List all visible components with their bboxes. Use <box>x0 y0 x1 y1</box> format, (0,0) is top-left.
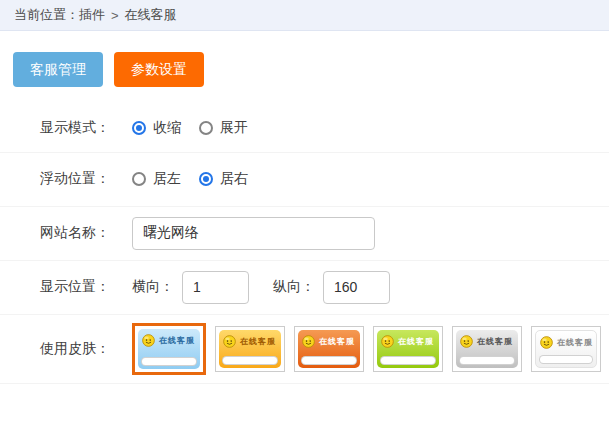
radio-left-icon[interactable] <box>132 172 146 186</box>
skin-input-bar <box>301 356 357 365</box>
skin-preview-header: 在线客服 <box>536 331 596 349</box>
skin-preview: 在线客服 <box>535 330 597 368</box>
skin-input-bar <box>141 357 197 366</box>
skin-option-white[interactable]: 在线客服 <box>531 326 601 372</box>
smiley-icon <box>381 335 394 348</box>
skin-preview: 在线客服 <box>377 330 439 368</box>
skin-preview-header: 在线客服 <box>298 330 360 348</box>
skins-label: 使用皮肤： <box>40 340 132 358</box>
smiley-icon <box>540 336 553 349</box>
breadcrumb-separator: > <box>111 8 119 23</box>
skin-option-blue[interactable]: 在线客服 <box>132 323 206 375</box>
display-position-label: 显示位置： <box>40 278 132 296</box>
skin-option-orange[interactable]: 在线客服 <box>294 326 364 372</box>
skin-preview: 在线客服 <box>138 329 200 369</box>
skin-option-gray[interactable]: 在线客服 <box>452 326 522 372</box>
breadcrumb-location-label: 当前位置： <box>14 6 79 24</box>
skin-title: 在线客服 <box>159 335 195 346</box>
radio-option-expand[interactable]: 展开 <box>199 119 248 137</box>
radio-expand-label: 展开 <box>220 119 248 137</box>
smiley-icon <box>302 335 315 348</box>
skin-input-bar <box>539 355 593 364</box>
smiley-icon <box>142 334 155 347</box>
radio-left-label: 居左 <box>153 170 181 188</box>
tab-bar: 客服管理 参数设置 <box>13 52 609 87</box>
row-skins: 使用皮肤： 在线客服 <box>0 315 609 384</box>
horizontal-input[interactable] <box>182 271 249 304</box>
skin-preview: 在线客服 <box>298 330 360 368</box>
vertical-input[interactable] <box>323 271 390 304</box>
site-name-input[interactable] <box>132 217 375 250</box>
skin-title: 在线客服 <box>398 336 434 347</box>
radio-right-icon[interactable] <box>199 172 213 186</box>
smiley-icon <box>460 335 473 348</box>
radio-collapse-icon[interactable] <box>132 121 146 135</box>
skin-preview: 在线客服 <box>219 330 281 368</box>
radio-collapse-label: 收缩 <box>153 119 181 137</box>
vertical-label: 纵向： <box>273 278 315 296</box>
radio-option-right[interactable]: 居右 <box>199 170 248 188</box>
skin-preview: 在线客服 <box>456 330 518 368</box>
skin-title: 在线客服 <box>319 336 355 347</box>
smiley-icon <box>223 335 236 348</box>
skin-input-bar <box>380 356 436 365</box>
float-position-label: 浮动位置： <box>40 170 132 188</box>
row-display-position: 显示位置： 横向： 纵向： <box>0 261 609 315</box>
tab-parameter-settings[interactable]: 参数设置 <box>114 52 204 87</box>
row-display-mode: 显示模式： 收缩 展开 <box>0 104 609 153</box>
row-site-name: 网站名称： <box>0 207 609 261</box>
skin-preview-header: 在线客服 <box>138 329 200 347</box>
skin-preview-header: 在线客服 <box>219 330 281 348</box>
horizontal-label: 横向： <box>132 278 174 296</box>
skin-title: 在线客服 <box>477 336 513 347</box>
skin-list: 在线客服 在线客服 <box>132 323 601 375</box>
skin-title: 在线客服 <box>240 336 276 347</box>
radio-option-left[interactable]: 居左 <box>132 170 181 188</box>
radio-option-collapse[interactable]: 收缩 <box>132 119 181 137</box>
breadcrumb-current: 在线客服 <box>125 6 177 24</box>
skin-title: 在线客服 <box>557 337 593 348</box>
tab-service-manage[interactable]: 客服管理 <box>13 52 103 87</box>
skin-input-bar <box>222 356 278 365</box>
settings-form: 显示模式： 收缩 展开 浮动位置： 居左 居右 网站名称： 显示位置： 横向： … <box>0 104 609 384</box>
radio-expand-icon[interactable] <box>199 121 213 135</box>
skin-preview-header: 在线客服 <box>377 330 439 348</box>
radio-right-label: 居右 <box>220 170 248 188</box>
breadcrumb: 当前位置： 插件 > 在线客服 <box>0 0 609 31</box>
display-mode-label: 显示模式： <box>40 119 132 137</box>
breadcrumb-parent[interactable]: 插件 <box>79 6 105 24</box>
skin-option-green[interactable]: 在线客服 <box>373 326 443 372</box>
skin-option-yellow[interactable]: 在线客服 <box>215 326 285 372</box>
skin-input-bar <box>459 356 515 365</box>
row-float-position: 浮动位置： 居左 居右 <box>0 153 609 207</box>
site-name-label: 网站名称： <box>40 224 132 242</box>
skin-preview-header: 在线客服 <box>456 330 518 348</box>
